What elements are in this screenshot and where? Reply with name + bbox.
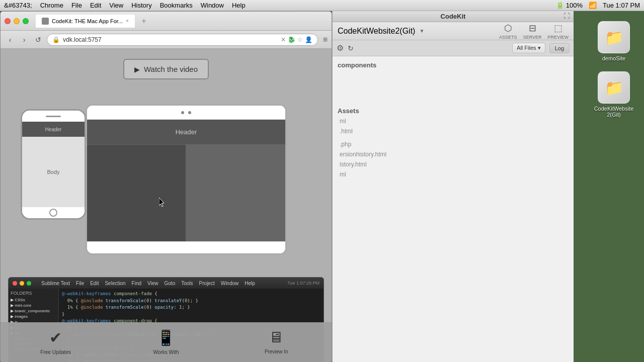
editor-maximize[interactable] [27, 281, 31, 286]
mobile-icon: 📱 [156, 329, 175, 346]
menu-edit[interactable]: Edit [90, 2, 101, 9]
user-icon[interactable]: 👤 [305, 36, 312, 43]
codekit-toolbar-right: ⬡ ASSETS ⊟ SERVER ⬚ PREVIEW [499, 23, 569, 40]
assets-label: ASSETS [499, 35, 517, 40]
codekit-titlebar: CodeKit ⛶ [333, 11, 574, 22]
editor-menu-file[interactable]: File [76, 281, 84, 286]
codekit-file-list: ml .html .php ersionhistory.html istory.… [338, 117, 569, 179]
codekit-panel: CodeKit ⛶ CodeKitWebsite2(Git) ▼ ⬡ ASSET… [332, 11, 574, 362]
watch-video-label: Watch the video [144, 65, 198, 73]
address-bar[interactable]: 🔒 vdk.local:5757 ✕ 🐉 ☆ 👤 [47, 34, 318, 46]
footer-tab-updates[interactable]: ✔ Free Updates [36, 329, 76, 355]
chrome-tab[interactable]: CodeKit: THE Mac App For... × [36, 15, 135, 28]
chrome-toolbar: ‹ › ↺ 🔒 vdk.local:5757 ✕ 🐉 ☆ 👤 ≡ [1, 31, 332, 49]
chrome-footer: ✔ Free Updates 📱 Works With 🖥 Preview In [1, 322, 332, 362]
codekit-close-button[interactable]: ⛶ [564, 13, 570, 20]
chrome-menu-button[interactable]: ≡ [323, 35, 328, 44]
codekit-file-php[interactable]: .php [338, 140, 569, 149]
tablet-sidebar [87, 145, 186, 241]
chrome-window: CodeKit: THE Mac App For... × + ‹ › ↺ 🔒 … [0, 11, 332, 362]
editor-menu-find[interactable]: Find [132, 281, 141, 286]
phone-header: Header [22, 122, 85, 137]
demosite-icon[interactable]: 📁 demoSite [594, 21, 634, 61]
speaker-bar [46, 116, 61, 117]
codekit-file-empty [338, 137, 569, 139]
wifi-icon: 📶 [589, 2, 597, 9]
menubar: &#63743; Chrome File Edit View History B… [0, 0, 644, 11]
phone-home [22, 207, 85, 218]
editor-menu-view[interactable]: View [147, 281, 158, 286]
code-line-2: 0% { @include transformScale(0) translat… [62, 298, 320, 305]
codekit-project-name[interactable]: CodeKitWebsite2(Git) [338, 27, 415, 36]
forward-button[interactable]: › [19, 34, 30, 45]
tab-close-button[interactable]: × [126, 18, 129, 24]
folder-css[interactable]: ▶ CSSs [11, 298, 56, 302]
log-button[interactable]: Log [549, 43, 570, 53]
new-tab-button[interactable]: + [138, 15, 150, 27]
footer-tab-works-with[interactable]: 📱 Works With [146, 329, 186, 355]
phone-body: Body [22, 137, 85, 207]
editor-menu-goto[interactable]: Goto [165, 281, 176, 286]
editor-menu-help[interactable]: Help [245, 281, 255, 286]
codekit-folder-icon: 📁 [598, 71, 630, 104]
phone-speaker [22, 111, 85, 122]
preview-label: PREVIEW [547, 35, 569, 40]
tablet-mockup: Header [86, 104, 287, 255]
server-button[interactable]: ⊟ SERVER [523, 23, 542, 40]
code-line-4: } [62, 311, 320, 318]
codekit-file-ml[interactable]: ml [338, 117, 569, 126]
preview-button[interactable]: ⬚ PREVIEW [547, 23, 569, 40]
menu-window[interactable]: Window [201, 2, 224, 9]
tablet-bottom-bar [87, 241, 285, 253]
extension-icon[interactable]: 🐉 [288, 36, 295, 43]
menu-bookmarks[interactable]: Bookmarks [160, 2, 193, 9]
codekit-file-html[interactable]: .html [338, 127, 569, 136]
desktop-icon-icon: 🖥 [269, 329, 284, 346]
back-button[interactable]: ‹ [5, 34, 16, 45]
editor-traffic-lights [13, 281, 31, 286]
desktop: CodeKit: THE Mac App For... × + ‹ › ↺ 🔒 … [0, 11, 644, 362]
codekit-website-icon[interactable]: 📁 CodeKitWebsite2(Git) [594, 71, 634, 118]
menu-file[interactable]: File [71, 2, 82, 9]
menu-help[interactable]: Help [232, 2, 246, 9]
folder-images[interactable]: ▶ images [11, 314, 56, 319]
codekit-file-history[interactable]: istory.html [338, 160, 569, 169]
close-button[interactable] [5, 18, 11, 24]
editor-menu-edit[interactable]: Edit [90, 281, 99, 286]
folder-mini-core[interactable]: ▶ mini-core [11, 303, 56, 308]
watch-video-button[interactable]: ▶ Watch the video [123, 59, 209, 79]
codekit-file-versionhistory[interactable]: ersionhistory.html [338, 150, 569, 159]
codekit-file-ml2[interactable]: ml [338, 170, 569, 179]
menu-chrome[interactable]: Chrome [40, 2, 63, 9]
refresh-icon[interactable]: ↻ [348, 44, 354, 52]
chrome-page-content: ▶ Watch the video Header Body [1, 49, 332, 362]
code-line-3: 1% { @include transformScale(0) opacity:… [62, 304, 320, 311]
menu-history[interactable]: History [131, 2, 151, 9]
folder-bower[interactable]: ▶ bower_components [11, 309, 56, 313]
files-dropdown[interactable]: All Files ▾ [512, 43, 545, 53]
editor-menu-tools[interactable]: Tools [181, 281, 193, 286]
bookmark-icon[interactable]: ☆ [297, 36, 303, 43]
clear-icon[interactable]: ✕ [281, 36, 286, 43]
minimize-button[interactable] [14, 18, 20, 24]
server-label: SERVER [523, 35, 542, 40]
tab-title: CodeKit: THE Mac App For... [52, 18, 123, 24]
editor-menu-project[interactable]: Project [199, 281, 215, 286]
footer-tab-preview[interactable]: 🖥 Preview In [256, 329, 296, 354]
project-dropdown-arrow[interactable]: ▼ [419, 28, 424, 34]
assets-button[interactable]: ⬡ ASSETS [499, 23, 517, 40]
editor-menu: Sublime Text File Edit Selection Find Vi… [41, 281, 255, 286]
editor-menu-window[interactable]: Window [221, 281, 239, 286]
codekit-title: CodeKit [441, 13, 466, 20]
maximize-button[interactable] [23, 18, 29, 24]
refresh-button[interactable]: ↺ [33, 34, 44, 45]
apple-menu[interactable]: &#63743; [4, 2, 32, 9]
phone-home-button [49, 209, 57, 217]
device-illustration: Header Body Header [1, 84, 332, 275]
editor-menu-sublimetext[interactable]: Sublime Text [41, 281, 70, 286]
editor-menu-selection[interactable]: Selection [105, 281, 125, 286]
editor-minimize[interactable] [20, 281, 24, 286]
gear-icon[interactable]: ⚙ [337, 43, 344, 53]
menu-view[interactable]: View [109, 2, 123, 9]
editor-close[interactable] [13, 281, 17, 286]
